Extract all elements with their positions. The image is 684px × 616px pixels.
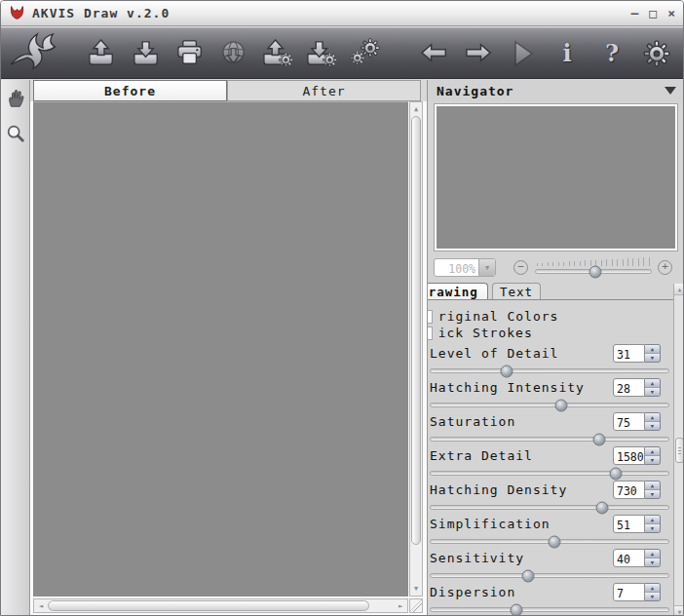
scroll-down-icon[interactable] [674, 605, 684, 616]
scroll-up-icon[interactable] [674, 284, 684, 295]
spin-up-icon[interactable] [645, 345, 660, 353]
zoom-tool-button[interactable] [3, 121, 28, 146]
image-canvas[interactable] [33, 101, 408, 597]
slider-track[interactable] [430, 607, 669, 612]
value-spinner[interactable]: 40 [613, 549, 661, 567]
zoom-select[interactable]: 100% [434, 258, 496, 277]
undo-button[interactable] [418, 35, 450, 72]
value-spinner[interactable]: 1580 [613, 446, 661, 465]
spinner-value[interactable]: 730 [613, 481, 645, 499]
slider-track[interactable] [430, 573, 669, 578]
spin-up-icon[interactable] [645, 413, 660, 421]
tab-after[interactable]: After [227, 80, 421, 101]
about-button[interactable] [551, 35, 584, 72]
akvis-bird-logo-icon[interactable] [5, 29, 63, 78]
navigator-preview[interactable] [434, 103, 678, 251]
checkbox-label: Original Colors [438, 308, 558, 325]
hand-tool-button[interactable] [3, 86, 28, 111]
spin-down-icon[interactable] [645, 523, 660, 532]
scroll-up-icon[interactable] [410, 103, 422, 115]
slider-track[interactable] [430, 505, 669, 510]
spin-down-icon[interactable] [645, 421, 660, 430]
vertical-scroll-thumb[interactable] [411, 116, 421, 545]
combo-arrow-icon[interactable] [478, 259, 495, 276]
value-spinner[interactable]: 7 [613, 583, 661, 601]
spin-up-icon[interactable] [645, 550, 660, 558]
print-button[interactable] [173, 35, 206, 72]
maximize-button[interactable]: □ [649, 7, 657, 20]
slider-thumb[interactable] [522, 569, 535, 582]
value-spinner[interactable]: 730 [613, 481, 661, 499]
collapse-arrow-icon[interactable] [665, 87, 676, 95]
spin-down-icon[interactable] [645, 387, 660, 396]
spin-up-icon[interactable] [645, 584, 660, 592]
spin-down-icon[interactable] [645, 353, 660, 362]
tab-text[interactable]: Text [492, 283, 541, 299]
resize-grip[interactable] [409, 598, 423, 613]
spinner-value[interactable]: 7 [613, 583, 645, 601]
slider-track[interactable] [430, 539, 669, 544]
tab-before[interactable]: Before [33, 80, 227, 101]
scroll-down-icon[interactable] [410, 583, 422, 595]
slider-track[interactable] [430, 403, 669, 407]
spin-down-icon[interactable] [645, 489, 660, 498]
export-presets-button[interactable] [305, 35, 337, 72]
value-spinner[interactable]: 31 [613, 344, 661, 363]
spinner-value[interactable]: 40 [613, 549, 645, 567]
settings-scroll-thumb[interactable] [675, 438, 684, 463]
checkbox-row[interactable]: Original Colors [428, 308, 674, 325]
value-spinner[interactable]: 75 [613, 412, 661, 431]
spinner-value[interactable]: 31 [613, 344, 645, 363]
slider-thumb[interactable] [610, 467, 623, 480]
spinner-value[interactable]: 75 [613, 412, 645, 431]
close-button[interactable]: × [667, 7, 675, 20]
spinner-value[interactable]: 1580 [613, 446, 645, 465]
zoom-slider-thumb[interactable] [589, 265, 602, 278]
minimize-button[interactable]: – [631, 7, 639, 20]
save-image-button[interactable] [130, 35, 162, 72]
tab-drawing[interactable]: Drawing [428, 283, 488, 299]
slider-track[interactable] [430, 437, 669, 442]
settings-scrollbar[interactable] [673, 284, 684, 616]
spin-up-icon[interactable] [645, 516, 660, 523]
canvas-horizontal-scrollbar[interactable] [33, 598, 408, 613]
help-button[interactable] [595, 35, 628, 72]
checkbox[interactable] [428, 310, 433, 324]
redo-button[interactable] [462, 35, 494, 72]
zoom-slider-track[interactable] [535, 269, 652, 274]
horizontal-scroll-thumb[interactable] [48, 600, 369, 611]
scroll-left-icon[interactable] [35, 600, 47, 612]
checkbox[interactable] [428, 327, 433, 340]
spin-up-icon[interactable] [645, 379, 660, 387]
spin-down-icon[interactable] [645, 592, 660, 600]
value-spinner[interactable]: 28 [613, 378, 661, 397]
spin-up-icon[interactable] [645, 447, 660, 455]
scroll-right-icon[interactable] [395, 600, 406, 612]
slider-thumb[interactable] [595, 501, 608, 514]
zoom-in-button[interactable] [658, 260, 672, 275]
title-bar[interactable]: AKVIS Draw v.2.0 – □ × [1, 1, 683, 26]
spin-down-icon[interactable] [645, 558, 660, 566]
slider-thumb[interactable] [501, 365, 513, 377]
download-from-web-icon[interactable] [217, 35, 249, 72]
slider-thumb[interactable] [593, 433, 606, 445]
canvas-vertical-scrollbar[interactable] [409, 101, 423, 597]
slider-track[interactable] [430, 368, 669, 373]
import-presets-button[interactable] [261, 35, 293, 72]
spin-down-icon[interactable] [645, 455, 660, 464]
right-panel: Navigator 100% [427, 80, 684, 616]
spinner-value[interactable]: 51 [613, 515, 645, 533]
slider-thumb[interactable] [510, 603, 522, 616]
slider-track[interactable] [430, 471, 669, 476]
spinner-value[interactable]: 28 [613, 378, 645, 397]
batch-processing-button[interactable] [349, 35, 381, 72]
slider-thumb[interactable] [555, 399, 568, 411]
slider-thumb[interactable] [548, 535, 560, 548]
run-processing-button[interactable] [506, 35, 539, 72]
open-image-button[interactable] [85, 35, 117, 72]
checkbox-row[interactable]: Thick Strokes [428, 325, 674, 341]
preferences-button[interactable] [640, 35, 673, 72]
zoom-out-button[interactable] [513, 260, 528, 275]
value-spinner[interactable]: 51 [613, 515, 661, 533]
spin-up-icon[interactable] [645, 481, 660, 489]
